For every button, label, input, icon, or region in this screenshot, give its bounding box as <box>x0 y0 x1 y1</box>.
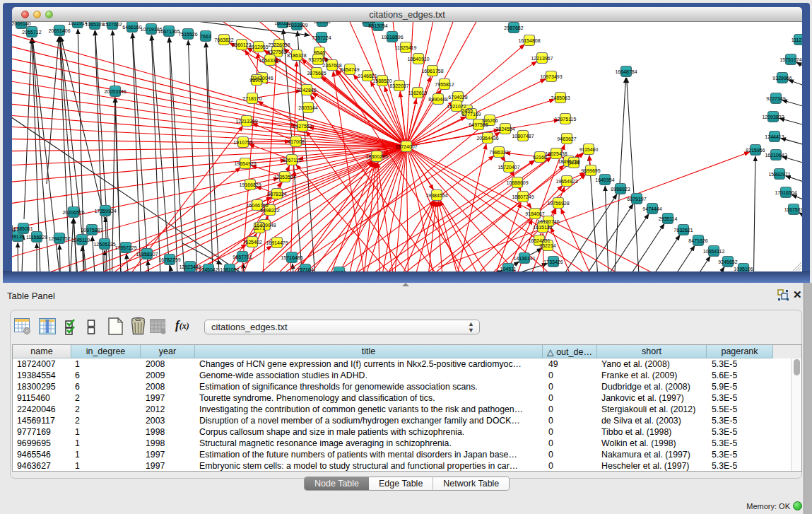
svg-text:20364436: 20364436 <box>476 136 498 141</box>
svg-text:3824554: 3824554 <box>495 127 514 132</box>
svg-text:39139: 39139 <box>12 234 25 239</box>
svg-text:15751074: 15751074 <box>779 57 801 62</box>
svg-text:16033809: 16033809 <box>286 23 307 28</box>
svg-text:12353594: 12353594 <box>273 175 295 180</box>
svg-text:8454749: 8454749 <box>340 67 359 72</box>
svg-text:96104: 96104 <box>332 270 346 272</box>
svg-text:8958923: 8958923 <box>611 187 630 192</box>
svg-text:2803144: 2803144 <box>298 105 317 110</box>
svg-text:9146821: 9146821 <box>358 74 377 78</box>
svg-text:6466160: 6466160 <box>122 25 141 30</box>
svg-text:16914479: 16914479 <box>266 240 288 245</box>
svg-text:19384554: 19384554 <box>425 193 447 198</box>
svg-text:16524851: 16524851 <box>528 238 550 243</box>
svg-text:16671365: 16671365 <box>158 29 180 34</box>
svg-text:9184067: 9184067 <box>525 211 544 216</box>
svg-text:8878334: 8878334 <box>267 192 286 197</box>
svg-text:1527602: 1527602 <box>102 22 122 27</box>
svg-text:14136141: 14136141 <box>513 256 535 261</box>
svg-text:12505135: 12505135 <box>93 242 115 247</box>
svg-text:9227349: 9227349 <box>766 96 785 101</box>
svg-text:9242848: 9242848 <box>297 88 316 93</box>
svg-text:9245652: 9245652 <box>718 259 737 264</box>
svg-text:9329966: 9329966 <box>772 76 792 81</box>
svg-text:20206576: 20206576 <box>62 210 84 215</box>
svg-text:1685061: 1685061 <box>13 226 33 231</box>
svg-text:1910755: 1910755 <box>233 140 252 145</box>
svg-text:19166829: 19166829 <box>239 182 261 187</box>
svg-text:104511: 104511 <box>500 267 517 271</box>
svg-text:1065328: 1065328 <box>85 22 104 27</box>
svg-text:9463627: 9463627 <box>557 136 576 141</box>
svg-text:9777169: 9777169 <box>461 112 481 117</box>
svg-text:9474444: 9474444 <box>642 206 661 211</box>
svg-text:7663822: 7663822 <box>214 37 233 42</box>
svg-text:7955812: 7955812 <box>435 82 454 87</box>
svg-text:1081057: 1081057 <box>220 267 239 272</box>
svg-text:9444: 9444 <box>568 160 579 165</box>
svg-text:9546: 9546 <box>314 50 325 55</box>
svg-text:8322037: 8322037 <box>389 83 408 88</box>
svg-text:9327508: 9327508 <box>308 57 327 62</box>
svg-text:15716485: 15716485 <box>281 255 302 260</box>
svg-text:111213: 111213 <box>792 37 802 42</box>
svg-text:8990448: 8990448 <box>428 97 447 102</box>
svg-text:12213967: 12213967 <box>531 56 553 61</box>
svg-text:20691406: 20691406 <box>48 28 70 33</box>
svg-text:252214: 252214 <box>539 243 555 248</box>
svg-text:20053346: 20053346 <box>104 89 126 94</box>
svg-text:16782759: 16782759 <box>158 257 180 262</box>
svg-text:7632621: 7632621 <box>673 228 693 233</box>
svg-text:11451194: 11451194 <box>71 238 93 243</box>
svg-text:19756928: 19756928 <box>547 201 569 206</box>
svg-text:1588520: 1588520 <box>372 78 392 83</box>
svg-text:8912955: 8912955 <box>249 45 268 49</box>
svg-text:8813054: 8813054 <box>368 23 387 28</box>
svg-text:417008: 417008 <box>288 139 304 144</box>
svg-text:2935114: 2935114 <box>659 216 678 221</box>
svg-text:12093832: 12093832 <box>762 115 784 119</box>
svg-text:7485063: 7485063 <box>551 95 570 100</box>
svg-text:5498222: 5498222 <box>260 208 279 213</box>
svg-text:17957225: 17957225 <box>114 245 136 250</box>
svg-text:18807249: 18807249 <box>512 194 534 199</box>
svg-text:12942757: 12942757 <box>48 236 70 241</box>
svg-text:8427552: 8427552 <box>293 124 312 129</box>
svg-text:11156829: 11156829 <box>26 235 47 240</box>
svg-text:1615132: 1615132 <box>533 225 552 230</box>
svg-text:9657791: 9657791 <box>233 255 252 259</box>
svg-text:1095106: 1095106 <box>734 267 753 271</box>
svg-text:9115460: 9115460 <box>579 147 599 152</box>
svg-text:15720407: 15720407 <box>498 165 519 170</box>
svg-text:10688609: 10688609 <box>506 180 528 185</box>
svg-text:7357224: 7357224 <box>312 35 331 40</box>
svg-text:6794028: 6794028 <box>448 95 467 100</box>
svg-text:1244413: 1244413 <box>765 134 784 139</box>
svg-text:1162615: 1162615 <box>408 90 428 95</box>
svg-text:15892971: 15892971 <box>768 172 790 177</box>
svg-text:8215956: 8215956 <box>746 148 765 153</box>
svg-text:10807487: 10807487 <box>512 134 534 139</box>
svg-text:19654925: 19654925 <box>234 161 256 166</box>
svg-text:2718170: 2718170 <box>242 96 261 101</box>
svg-text:19218596: 19218596 <box>381 35 403 40</box>
svg-text:10958107: 10958107 <box>136 252 158 257</box>
svg-text:16648784: 16648784 <box>615 69 637 74</box>
svg-text:9327503: 9327503 <box>267 49 286 54</box>
svg-text:3271: 3271 <box>254 226 265 230</box>
svg-text:8186328: 8186328 <box>287 53 306 58</box>
svg-text:10973493: 10973493 <box>540 74 562 79</box>
svg-text:18724007: 18724007 <box>395 144 417 149</box>
svg-text:2087682: 2087682 <box>504 25 523 30</box>
svg-text:2055712: 2055712 <box>22 30 41 35</box>
svg-text:7986322: 7986322 <box>489 150 508 155</box>
svg-text:23226058: 23226058 <box>268 42 290 47</box>
svg-text:6497568: 6497568 <box>469 122 488 127</box>
svg-text:7625402: 7625402 <box>242 240 261 245</box>
svg-text:12975115: 12975115 <box>555 117 577 122</box>
svg-text:11325419: 11325419 <box>395 45 417 50</box>
svg-text:16120746: 16120746 <box>537 219 559 224</box>
svg-text:18300295: 18300295 <box>365 154 387 159</box>
svg-text:1640954: 1640954 <box>595 177 614 182</box>
svg-text:1733426: 1733426 <box>543 259 563 264</box>
